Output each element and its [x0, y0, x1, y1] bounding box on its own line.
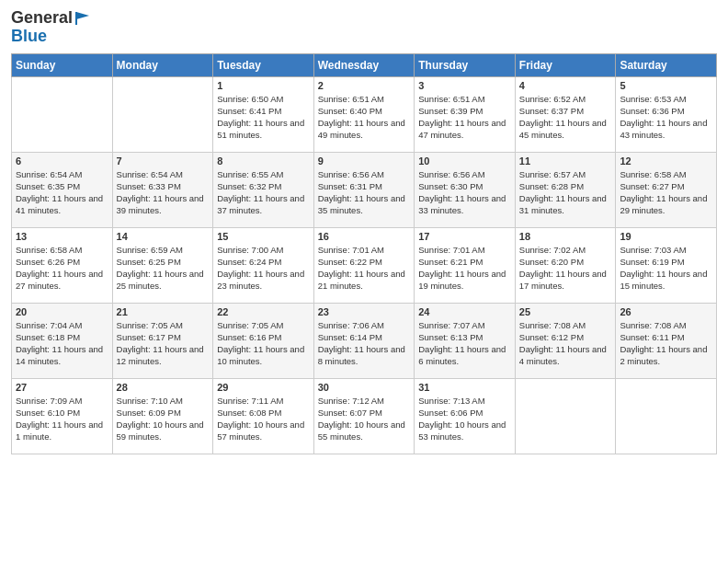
calendar-table: SundayMondayTuesdayWednesdayThursdayFrid… [11, 53, 717, 454]
day-info: Sunrise: 7:04 AM Sunset: 6:18 PM Dayligh… [16, 319, 108, 368]
day-info: Sunrise: 7:13 AM Sunset: 6:06 PM Dayligh… [418, 395, 511, 443]
calendar-cell: 7Sunrise: 6:54 AM Sunset: 6:33 PM Daylig… [112, 152, 213, 227]
day-info: Sunrise: 6:56 AM Sunset: 6:30 PM Dayligh… [418, 168, 511, 217]
day-number: 8 [217, 155, 310, 167]
day-number: 11 [519, 155, 612, 167]
calendar-cell: 22Sunrise: 7:05 AM Sunset: 6:16 PM Dayli… [213, 303, 314, 378]
calendar-cell: 29Sunrise: 7:11 AM Sunset: 6:08 PM Dayli… [213, 378, 314, 454]
day-number: 17 [418, 231, 511, 242]
calendar-cell: 26Sunrise: 7:08 AM Sunset: 6:11 PM Dayli… [616, 303, 717, 378]
day-number: 3 [418, 80, 511, 91]
week-row-3: 13Sunrise: 6:58 AM Sunset: 6:26 PM Dayli… [12, 227, 717, 303]
calendar-cell [616, 378, 717, 454]
day-info: Sunrise: 7:08 AM Sunset: 6:11 PM Dayligh… [620, 319, 712, 368]
calendar-cell: 12Sunrise: 6:58 AM Sunset: 6:27 PM Dayli… [616, 152, 717, 227]
day-info: Sunrise: 7:02 AM Sunset: 6:20 PM Dayligh… [519, 244, 612, 293]
day-info: Sunrise: 6:50 AM Sunset: 6:41 PM Dayligh… [217, 93, 310, 142]
calendar-cell: 31Sunrise: 7:13 AM Sunset: 6:06 PM Dayli… [415, 378, 516, 454]
day-number: 28 [117, 382, 210, 393]
day-number: 6 [16, 155, 108, 167]
calendar-cell: 3Sunrise: 6:51 AM Sunset: 6:39 PM Daylig… [415, 76, 516, 152]
day-info: Sunrise: 6:53 AM Sunset: 6:36 PM Dayligh… [620, 93, 712, 142]
calendar-cell: 5Sunrise: 6:53 AM Sunset: 6:36 PM Daylig… [616, 76, 717, 152]
day-info: Sunrise: 6:54 AM Sunset: 6:35 PM Dayligh… [16, 168, 108, 217]
calendar-cell: 19Sunrise: 7:03 AM Sunset: 6:19 PM Dayli… [616, 227, 717, 303]
calendar-cell: 6Sunrise: 6:54 AM Sunset: 6:35 PM Daylig… [12, 152, 113, 227]
day-number: 26 [620, 306, 712, 317]
day-number: 12 [620, 155, 712, 167]
weekday-header-saturday: Saturday [616, 53, 717, 76]
calendar-cell: 14Sunrise: 6:59 AM Sunset: 6:25 PM Dayli… [112, 227, 213, 303]
calendar-cell [12, 76, 113, 152]
day-number: 22 [217, 306, 310, 317]
calendar-cell: 15Sunrise: 7:00 AM Sunset: 6:24 PM Dayli… [213, 227, 314, 303]
day-info: Sunrise: 7:06 AM Sunset: 6:14 PM Dayligh… [318, 319, 411, 368]
day-number: 31 [418, 382, 511, 393]
day-info: Sunrise: 6:56 AM Sunset: 6:31 PM Dayligh… [318, 168, 411, 217]
calendar-cell: 20Sunrise: 7:04 AM Sunset: 6:18 PM Dayli… [12, 303, 113, 378]
calendar-cell: 13Sunrise: 6:58 AM Sunset: 6:26 PM Dayli… [12, 227, 113, 303]
day-number: 25 [519, 306, 612, 317]
week-row-5: 27Sunrise: 7:09 AM Sunset: 6:10 PM Dayli… [12, 378, 717, 454]
calendar-cell: 9Sunrise: 6:56 AM Sunset: 6:31 PM Daylig… [313, 152, 415, 227]
calendar-cell: 28Sunrise: 7:10 AM Sunset: 6:09 PM Dayli… [112, 378, 213, 454]
calendar-cell: 11Sunrise: 6:57 AM Sunset: 6:28 PM Dayli… [515, 152, 616, 227]
calendar-cell: 8Sunrise: 6:55 AM Sunset: 6:32 PM Daylig… [213, 152, 314, 227]
day-info: Sunrise: 6:59 AM Sunset: 6:25 PM Dayligh… [117, 244, 210, 293]
day-number: 21 [117, 306, 210, 317]
day-info: Sunrise: 6:58 AM Sunset: 6:27 PM Dayligh… [620, 168, 712, 217]
calendar-cell: 18Sunrise: 7:02 AM Sunset: 6:20 PM Dayli… [515, 227, 616, 303]
day-info: Sunrise: 7:01 AM Sunset: 6:22 PM Dayligh… [318, 244, 411, 293]
day-number: 24 [418, 306, 511, 317]
day-number: 14 [117, 231, 210, 242]
day-info: Sunrise: 7:05 AM Sunset: 6:16 PM Dayligh… [217, 319, 310, 368]
day-number: 9 [318, 155, 411, 167]
weekday-header-friday: Friday [515, 53, 616, 76]
weekday-header-sunday: Sunday [12, 53, 113, 76]
day-info: Sunrise: 6:54 AM Sunset: 6:33 PM Dayligh… [117, 168, 210, 217]
calendar-cell: 21Sunrise: 7:05 AM Sunset: 6:17 PM Dayli… [112, 303, 213, 378]
day-number: 1 [217, 80, 310, 91]
day-info: Sunrise: 6:55 AM Sunset: 6:32 PM Dayligh… [217, 168, 310, 217]
day-number: 10 [418, 155, 511, 167]
day-info: Sunrise: 7:09 AM Sunset: 6:10 PM Dayligh… [16, 395, 108, 443]
calendar-cell [515, 378, 616, 454]
svg-marker-0 [76, 12, 89, 19]
calendar-cell: 27Sunrise: 7:09 AM Sunset: 6:10 PM Dayli… [12, 378, 113, 454]
day-number: 18 [519, 231, 612, 242]
day-number: 23 [318, 306, 411, 317]
day-number: 7 [117, 155, 210, 167]
calendar-cell: 16Sunrise: 7:01 AM Sunset: 6:22 PM Dayli… [313, 227, 415, 303]
calendar-cell: 17Sunrise: 7:01 AM Sunset: 6:21 PM Dayli… [415, 227, 516, 303]
weekday-header-row: SundayMondayTuesdayWednesdayThursdayFrid… [12, 53, 717, 76]
day-number: 4 [519, 80, 612, 91]
header: General Blue [11, 9, 717, 46]
day-number: 29 [217, 382, 310, 393]
day-info: Sunrise: 7:00 AM Sunset: 6:24 PM Dayligh… [217, 244, 310, 293]
day-info: Sunrise: 7:05 AM Sunset: 6:17 PM Dayligh… [117, 319, 210, 368]
day-info: Sunrise: 7:03 AM Sunset: 6:19 PM Dayligh… [620, 244, 712, 293]
weekday-header-wednesday: Wednesday [313, 53, 415, 76]
day-info: Sunrise: 7:11 AM Sunset: 6:08 PM Dayligh… [217, 395, 310, 443]
page-container: General Blue SundayMondayTuesdayWednesda… [0, 0, 728, 462]
day-info: Sunrise: 6:51 AM Sunset: 6:40 PM Dayligh… [318, 93, 411, 142]
day-number: 16 [318, 231, 411, 242]
day-number: 27 [16, 382, 108, 393]
day-info: Sunrise: 7:07 AM Sunset: 6:13 PM Dayligh… [418, 319, 511, 368]
logo-blue-text: Blue [11, 28, 47, 46]
calendar-cell: 10Sunrise: 6:56 AM Sunset: 6:30 PM Dayli… [415, 152, 516, 227]
day-info: Sunrise: 6:51 AM Sunset: 6:39 PM Dayligh… [418, 93, 511, 142]
calendar-cell [112, 76, 213, 152]
day-info: Sunrise: 6:52 AM Sunset: 6:37 PM Dayligh… [519, 93, 612, 142]
day-number: 15 [217, 231, 310, 242]
week-row-4: 20Sunrise: 7:04 AM Sunset: 6:18 PM Dayli… [12, 303, 717, 378]
logo: General Blue [11, 9, 91, 46]
week-row-2: 6Sunrise: 6:54 AM Sunset: 6:35 PM Daylig… [12, 152, 717, 227]
day-number: 2 [318, 80, 411, 91]
day-number: 5 [620, 80, 712, 91]
day-number: 19 [620, 231, 712, 242]
calendar-cell: 2Sunrise: 6:51 AM Sunset: 6:40 PM Daylig… [313, 76, 415, 152]
calendar-cell: 1Sunrise: 6:50 AM Sunset: 6:41 PM Daylig… [213, 76, 314, 152]
day-number: 30 [318, 382, 411, 393]
day-number: 13 [16, 231, 108, 242]
